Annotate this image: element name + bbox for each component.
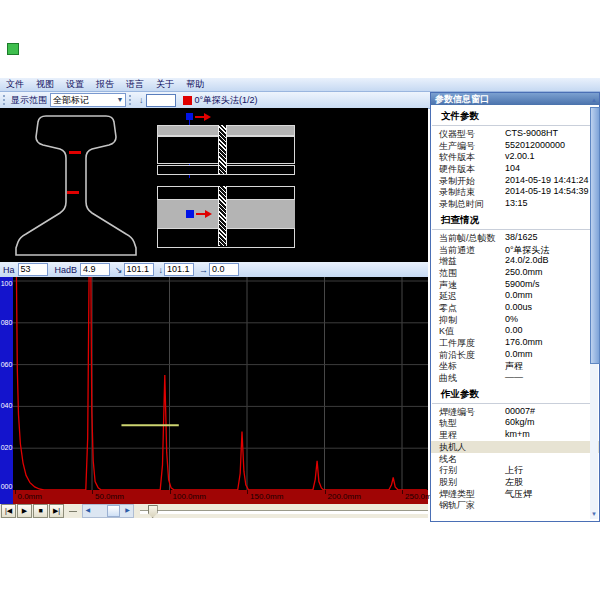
chevron-down-icon[interactable]: ▼ [115, 95, 125, 105]
parameter-panel-scrollbar[interactable]: ▲ ▼ [590, 107, 598, 519]
scrollbar-thumb[interactable] [590, 107, 600, 364]
toolbar-grip [3, 95, 8, 105]
gate-field-value-3: 101.1 [164, 263, 194, 276]
playback-bar: |◀▶■▶| ◀ ▶ [0, 504, 428, 518]
param-value: 0.0mm [505, 349, 533, 359]
param-value: 0.0mm [505, 290, 533, 300]
position-slider[interactable] [140, 505, 428, 517]
x-tick-mark [402, 490, 403, 494]
gate-arrow-icon-4: → [199, 265, 208, 275]
param-row: 录制开始2014-05-19 14:41:24 [431, 175, 599, 187]
scroll-down-icon[interactable]: ▼ [590, 509, 598, 519]
weld-hatch [218, 186, 227, 246]
param-row: 焊缝类型气压焊 [431, 488, 599, 500]
param-row: 录制结束2014-05-19 14:54:39 [431, 186, 599, 198]
play-button[interactable]: ▶ [17, 504, 32, 518]
x-tick-mark [170, 490, 171, 494]
param-row: 轨型60kg/m [431, 417, 599, 429]
separator [69, 511, 77, 512]
param-value: 250.0mm [505, 267, 543, 277]
gate-readout-bar: Ha53HadB4.9↘101.1↓101.1→0.0 [0, 262, 428, 278]
x-tick-mark [247, 490, 248, 494]
param-row: 范围250.0mm [431, 267, 599, 279]
frame-scrollbar[interactable]: ◀ ▶ [82, 504, 134, 518]
param-row: 仪器型号CTS-9008HT [431, 128, 599, 140]
menu-item-6[interactable]: 帮助 [180, 78, 210, 91]
web-marker-top [69, 151, 81, 154]
param-row: 声速5900m/s [431, 279, 599, 291]
menu-item-2[interactable]: 设置 [60, 78, 90, 91]
skip-start-button[interactable]: |◀ [1, 504, 16, 518]
beam-direction-icon [195, 116, 204, 118]
frame-scrollbar-thumb[interactable] [107, 505, 120, 517]
param-row: 延迟0.0mm [431, 290, 599, 302]
display-range-label: 显示范围 [11, 94, 47, 107]
param-value: 552012000000 [505, 140, 565, 150]
param-value: CTS-9008HT [505, 128, 558, 138]
menu-item-3[interactable]: 报告 [90, 78, 120, 91]
ascan-waveform [15, 277, 427, 490]
menu-item-0[interactable]: 文件 [0, 78, 30, 91]
param-value: 2014-05-19 14:41:24 [505, 175, 589, 185]
param-value: km+m [505, 429, 530, 439]
toolbar-grip [129, 95, 134, 105]
rail-plan-view [157, 113, 295, 179]
param-value: 2014-05-19 14:54:39 [505, 186, 589, 196]
ascan-waveform-svg [13, 277, 428, 490]
param-row: 焊缝编号00007# [431, 406, 599, 418]
skip-end-button[interactable]: ▶| [49, 504, 64, 518]
param-row: 增益24.0/2.0dB [431, 255, 599, 267]
x-tick-label: 0.0mm [18, 492, 42, 501]
x-tick-mark [325, 490, 326, 494]
position-slider-track [140, 510, 428, 513]
param-value: 104 [505, 163, 520, 173]
x-tick-label: 50.0mm [95, 492, 124, 501]
x-tick-label: 200.0mm [328, 492, 361, 501]
section-header-0: 文件参数 [432, 106, 596, 126]
param-row: 录制总时间13:15 [431, 198, 599, 210]
rail-view-panel [0, 108, 428, 262]
scroll-left-icon[interactable]: ◀ [83, 505, 93, 515]
parameter-panel-title[interactable]: 参数信息窗口 [431, 93, 599, 105]
param-value: 38/1625 [505, 232, 538, 242]
scroll-up-icon[interactable]: ▲ [590, 95, 598, 105]
param-row: 执机人 [431, 441, 599, 453]
param-row: 软件版本v2.00.1 [431, 151, 599, 163]
position-slider-thumb[interactable] [148, 505, 158, 518]
x-tick-mark [15, 490, 16, 494]
scroll-right-icon[interactable]: ▶ [123, 505, 133, 515]
gate-field-value-0: 53 [18, 263, 48, 276]
gate-arrow-icon-2: ↘ [115, 265, 123, 275]
x-tick-label: 150.0mm [250, 492, 283, 501]
param-row: 生产编号552012000000 [431, 140, 599, 152]
menu-item-4[interactable]: 语言 [120, 78, 150, 91]
param-row: 前沿长度0.0mm [431, 349, 599, 361]
param-row: 股别左股 [431, 476, 599, 488]
y-tick-label: 040 [0, 402, 13, 409]
rail-cross-section-drawing [8, 110, 158, 262]
beam-direction-icon [196, 213, 205, 215]
display-range-select[interactable]: 全部标记 ▼ [50, 93, 126, 107]
x-tick-mark [92, 490, 93, 494]
param-row: 抑制0% [431, 314, 599, 326]
gate-field-value-1: 4.9 [80, 263, 110, 276]
beam-arrowhead-icon [204, 113, 215, 121]
gate-field-label-1: HadB [55, 265, 78, 275]
menu-item-5[interactable]: 关于 [150, 78, 180, 91]
flaw-detector-playback-app: 文件视图设置报告语言关于帮助 显示范围 全部标记 ▼ ↓ 0°单探头法(1/2) [0, 0, 600, 600]
stop-button[interactable]: ■ [33, 504, 48, 518]
param-row: 工件厚度176.0mm [431, 337, 599, 349]
section-header-2: 作业参数 [432, 384, 596, 404]
gate-arrow-icon-3: ↓ [159, 265, 164, 275]
menu-item-1[interactable]: 视图 [30, 78, 60, 91]
parameter-panel-body: 文件参数仪器型号CTS-9008HT生产编号552012000000软件版本v2… [431, 106, 599, 521]
probe-icon [186, 210, 194, 218]
marker-jump-icon[interactable]: ↓ [139, 95, 144, 105]
param-row: 线名 [431, 453, 599, 465]
ascan-plot [13, 277, 428, 490]
rail-side-view [157, 185, 295, 251]
marker-input[interactable] [146, 94, 176, 107]
menu-bar: 文件视图设置报告语言关于帮助 [0, 78, 600, 92]
param-value: 24.0/2.0dB [505, 255, 549, 265]
param-row: 坐标声程 [431, 360, 599, 372]
